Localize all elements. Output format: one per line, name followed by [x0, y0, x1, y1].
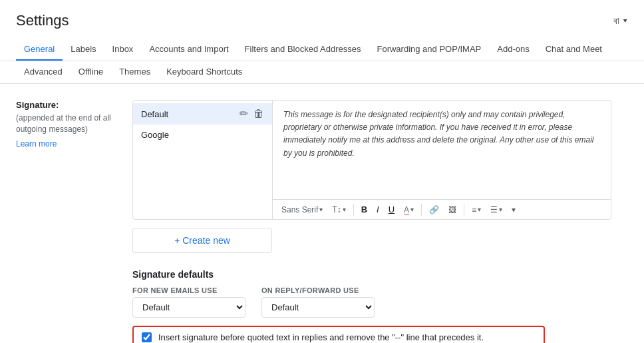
- tab-accounts[interactable]: Accounts and Import: [141, 39, 236, 61]
- tab-forwarding[interactable]: Forwarding and POP/IMAP: [369, 39, 489, 61]
- signature-label-subtitle: (appended at the end of all outgoing mes…: [16, 113, 132, 135]
- insert-image-button[interactable]: 🖼: [445, 203, 460, 216]
- header-title-row: Settings বা ▾: [16, 12, 628, 29]
- create-new-button[interactable]: + Create new: [132, 228, 272, 253]
- tab-inbox[interactable]: Inbox: [104, 39, 142, 61]
- sub-tab-keyboard[interactable]: Keyboard Shortcuts: [158, 61, 250, 84]
- on-reply-select[interactable]: Default Google No signature: [261, 297, 375, 318]
- for-new-emails-select[interactable]: Default Google No signature: [132, 297, 245, 318]
- sub-tabs: Advanced Offline Themes Keyboard Shortcu…: [0, 61, 644, 84]
- tab-chat[interactable]: Chat and Meet: [538, 39, 610, 61]
- font-family-selector[interactable]: Sans Serif ▾: [278, 203, 326, 216]
- toolbar-divider-3: [464, 204, 464, 216]
- insert-sig-checkbox[interactable]: [142, 332, 152, 342]
- bold-button[interactable]: B: [358, 202, 371, 216]
- tab-addons[interactable]: Add-ons: [489, 39, 537, 61]
- insert-sig-checkbox-row: Insert signature before quoted text in r…: [132, 326, 545, 343]
- signature-defaults: Signature defaults FOR NEW EMAILS USE De…: [132, 269, 611, 343]
- signature-item-google[interactable]: Google: [133, 125, 272, 145]
- signature-box: Default ✏ 🗑 Google This message is for t…: [132, 100, 611, 220]
- font-color-button[interactable]: A ▾: [401, 203, 417, 216]
- settings-content: Signature: (appended at the end of all o…: [0, 84, 644, 343]
- delete-signature-icon[interactable]: 🗑: [253, 109, 264, 119]
- signature-label-title: Signature:: [16, 100, 132, 110]
- sig-defaults-title: Signature defaults: [132, 269, 611, 280]
- signature-item-default[interactable]: Default ✏ 🗑: [133, 103, 272, 125]
- for-new-emails-col: FOR NEW EMAILS USE Default Google No sig…: [132, 286, 245, 318]
- signature-list: Default ✏ 🗑 Google: [133, 101, 273, 219]
- signature-toolbar: Sans Serif ▾ T↕ ▾ B I U A ▾: [273, 199, 611, 219]
- align-button[interactable]: ≡ ▾: [468, 203, 484, 216]
- tab-general[interactable]: General: [16, 39, 63, 61]
- edit-signature-icon[interactable]: ✏: [240, 109, 248, 119]
- language-button[interactable]: বা ▾: [613, 15, 628, 27]
- page-title: Settings: [16, 12, 69, 29]
- settings-header: Settings বা ▾ General Labels Inbox Accou…: [0, 0, 644, 61]
- section-label: Signature: (appended at the end of all o…: [16, 100, 132, 343]
- for-new-emails-label: FOR NEW EMAILS USE: [132, 286, 245, 294]
- toolbar-divider-2: [421, 204, 422, 216]
- learn-more-link[interactable]: Learn more: [16, 139, 132, 149]
- underline-button[interactable]: U: [385, 202, 398, 216]
- italic-button[interactable]: I: [373, 202, 383, 216]
- main-tabs: General Labels Inbox Accounts and Import…: [16, 39, 628, 61]
- on-reply-label: ON REPLY/FORWARD USE: [261, 286, 375, 294]
- sub-tab-offline[interactable]: Offline: [71, 61, 111, 84]
- on-reply-col: ON REPLY/FORWARD USE Default Google No s…: [261, 286, 375, 318]
- section-content: Default ✏ 🗑 Google This message is for t…: [132, 100, 628, 343]
- sig-defaults-row: FOR NEW EMAILS USE Default Google No sig…: [132, 286, 611, 318]
- signature-editor: This message is for the designated recip…: [273, 101, 611, 219]
- tab-labels[interactable]: Labels: [63, 39, 104, 61]
- sub-tab-themes[interactable]: Themes: [111, 61, 158, 84]
- signature-text[interactable]: This message is for the designated recip…: [273, 101, 611, 199]
- insert-sig-checkbox-label[interactable]: Insert signature before quoted text in r…: [158, 332, 484, 342]
- insert-link-button[interactable]: 🔗: [426, 203, 442, 216]
- font-size-button[interactable]: T↕ ▾: [329, 203, 349, 216]
- tab-filters[interactable]: Filters and Blocked Addresses: [237, 39, 369, 61]
- list-button[interactable]: ☰ ▾: [487, 203, 506, 216]
- more-options-button[interactable]: ▾: [508, 203, 519, 216]
- sub-tab-advanced[interactable]: Advanced: [16, 61, 71, 84]
- toolbar-divider-1: [353, 204, 354, 216]
